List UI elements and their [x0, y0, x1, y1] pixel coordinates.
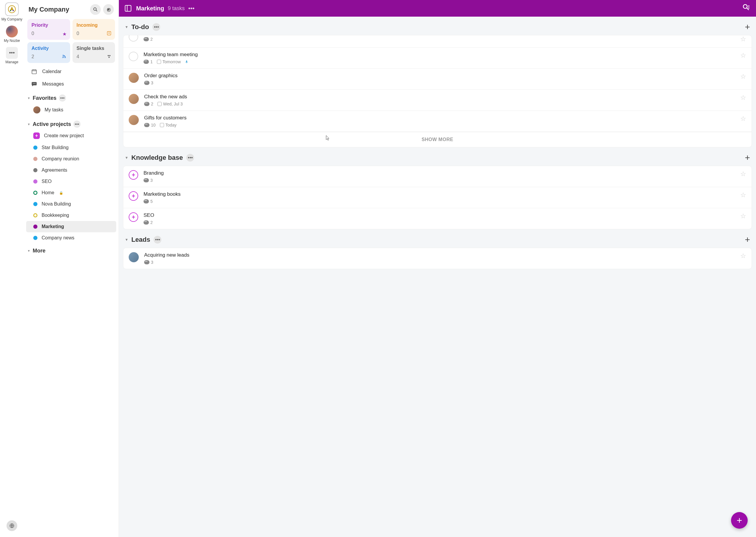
svg-point-12: [34, 83, 34, 84]
calendar-icon: [157, 102, 162, 106]
task-body: Check the new ads2Wed, Jul 3: [144, 94, 740, 106]
task-date: Tomorrow: [157, 60, 181, 64]
workspace-manage[interactable]: ••• Manage: [5, 47, 18, 64]
star-button[interactable]: ☆: [740, 252, 746, 260]
project-menu-button[interactable]: •••: [188, 5, 195, 12]
favorite-my-tasks[interactable]: My tasks: [26, 103, 116, 116]
card-count: 0: [77, 31, 111, 36]
inbox-icon: [107, 31, 111, 37]
svg-point-1: [10, 10, 11, 11]
section-menu-button[interactable]: •••: [186, 154, 194, 162]
project-label: Star Building: [42, 145, 68, 150]
project-color-dot: [33, 213, 37, 218]
task-row[interactable]: Order graphics3☆: [123, 68, 752, 90]
project-color-dot: [33, 180, 37, 184]
search-button[interactable]: [90, 4, 101, 15]
svg-point-8: [110, 55, 111, 56]
task-meta: 2Wed, Jul 3: [144, 102, 740, 106]
project-item[interactable]: Star Building: [26, 142, 116, 153]
chevron-down-icon: ▼: [27, 97, 30, 100]
workspace-mynozbe[interactable]: My Nozbe: [4, 25, 20, 43]
project-item[interactable]: Nova Building: [26, 198, 116, 210]
settings-button[interactable]: [103, 4, 114, 15]
task-row[interactable]: +Marketing books5☆: [123, 187, 752, 208]
star-button[interactable]: ☆: [740, 52, 746, 60]
show-more-button[interactable]: SHOW MORE: [123, 132, 752, 147]
comments-count: 3: [144, 260, 153, 265]
add-task-button[interactable]: +: [745, 235, 750, 245]
section-menu-button[interactable]: •••: [73, 121, 80, 128]
comments-count: 2: [144, 102, 153, 106]
project-item[interactable]: Company reunion: [26, 153, 116, 165]
fab-add-task[interactable]: +: [731, 512, 748, 529]
task-date: Today: [160, 123, 177, 127]
task-title: Gifts for customers: [144, 115, 740, 121]
star-button[interactable]: ☆: [740, 94, 746, 102]
card-priority[interactable]: Priority 0 ★: [27, 19, 70, 40]
project-item[interactable]: Marketing: [26, 221, 116, 232]
task-add-icon[interactable]: +: [129, 191, 138, 201]
comment-icon: [144, 220, 149, 225]
card-count: 4: [77, 54, 111, 60]
star-button[interactable]: ☆: [740, 35, 746, 43]
task-date: Wed, Jul 3: [157, 102, 183, 106]
chevron-down-icon: ▼: [27, 249, 30, 252]
project-label: Company news: [42, 235, 74, 241]
star-button[interactable]: ☆: [740, 115, 746, 123]
task-row[interactable]: 2☆: [123, 35, 752, 48]
section-menu-button[interactable]: •••: [153, 23, 160, 31]
project-item[interactable]: Agreements: [26, 165, 116, 176]
comments-count: 5: [144, 199, 153, 204]
project-item[interactable]: Bookkeeping: [26, 210, 116, 221]
project-label: Company reunion: [42, 156, 79, 162]
section-menu-button[interactable]: •••: [59, 95, 66, 102]
sidebar-toggle-icon[interactable]: [125, 5, 131, 12]
nav-label: Calendar: [42, 69, 62, 74]
project-item[interactable]: SEO: [26, 176, 116, 187]
star-button[interactable]: ☆: [740, 212, 746, 220]
create-project-button[interactable]: + Create new project: [26, 130, 116, 142]
task-row[interactable]: +SEO2☆: [123, 208, 752, 229]
chevron-down-icon[interactable]: ▼: [125, 156, 128, 160]
section-favorites[interactable]: ▼ Favorites •••: [24, 90, 118, 103]
company-logo-icon: [5, 2, 19, 16]
star-button[interactable]: ☆: [740, 191, 746, 199]
nav-calendar[interactable]: Calendar: [24, 65, 118, 78]
task-row[interactable]: Marketing team meeting1Tomorrow☆: [123, 48, 752, 68]
task-body: 2: [144, 37, 740, 42]
task-row[interactable]: Gifts for customers10Today☆: [123, 111, 752, 132]
task-checkbox[interactable]: [129, 52, 138, 61]
card-incoming[interactable]: Incoming 0: [72, 19, 115, 40]
task-add-icon[interactable]: +: [129, 212, 138, 222]
star-button[interactable]: ☆: [740, 73, 746, 80]
add-task-button[interactable]: +: [745, 153, 750, 163]
section-active-projects[interactable]: ▼ Active projects •••: [24, 116, 118, 130]
chevron-down-icon[interactable]: ▼: [125, 238, 128, 242]
task-add-icon[interactable]: +: [129, 170, 138, 180]
ellipsis-icon: •••: [6, 47, 18, 59]
task-meta: 2: [144, 220, 740, 225]
task-meta: 5: [144, 199, 740, 204]
nav-messages[interactable]: Messages: [24, 78, 118, 90]
project-item[interactable]: Home🔒: [26, 187, 116, 198]
add-task-button[interactable]: +: [745, 22, 750, 32]
chevron-down-icon[interactable]: ▼: [125, 25, 128, 29]
comment-icon: [144, 178, 149, 183]
project-item[interactable]: Company news: [26, 232, 116, 244]
task-title: SEO: [144, 212, 740, 218]
task-row[interactable]: Acquiring new leads3☆: [123, 248, 752, 269]
card-activity[interactable]: Activity 2: [27, 42, 70, 63]
card-single-tasks[interactable]: Single tasks 4: [72, 42, 115, 63]
task-meta: 1Tomorrow: [144, 60, 740, 64]
globe-icon[interactable]: [7, 520, 17, 531]
section-header: ▼Knowledge base•••+: [119, 147, 756, 166]
task-checkbox[interactable]: [129, 35, 138, 42]
section-more[interactable]: ▼ More: [24, 244, 118, 256]
filter-icon[interactable]: [742, 4, 750, 13]
task-row[interactable]: Check the new ads2Wed, Jul 3☆: [123, 90, 752, 111]
workspace-company[interactable]: My Company: [1, 2, 22, 21]
star-button[interactable]: ☆: [740, 170, 746, 178]
task-body: Gifts for customers10Today: [144, 115, 740, 127]
task-row[interactable]: +Branding3☆: [123, 166, 752, 187]
section-menu-button[interactable]: •••: [154, 236, 161, 244]
